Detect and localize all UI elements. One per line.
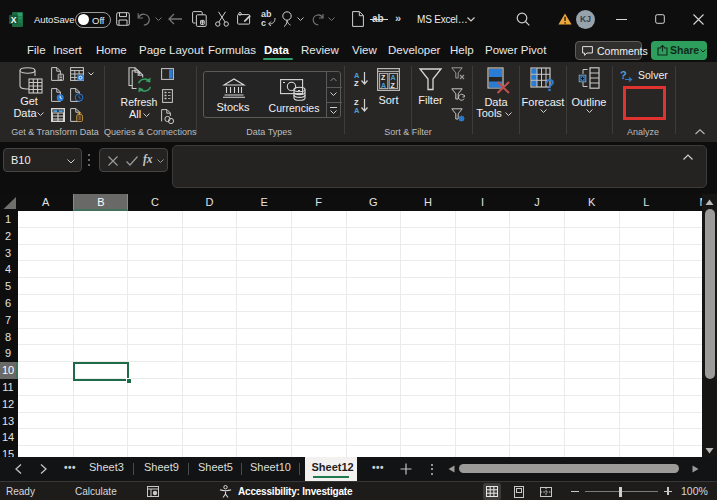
svg-text:A: A [391,74,396,81]
svg-text:Z: Z [381,74,386,81]
svg-text:X: X [11,15,17,25]
svg-text:A: A [381,82,386,89]
svg-text:?: ? [545,77,555,94]
svg-text:A: A [354,106,360,115]
svg-text:Z: Z [391,82,396,89]
svg-text:Z: Z [354,79,359,88]
